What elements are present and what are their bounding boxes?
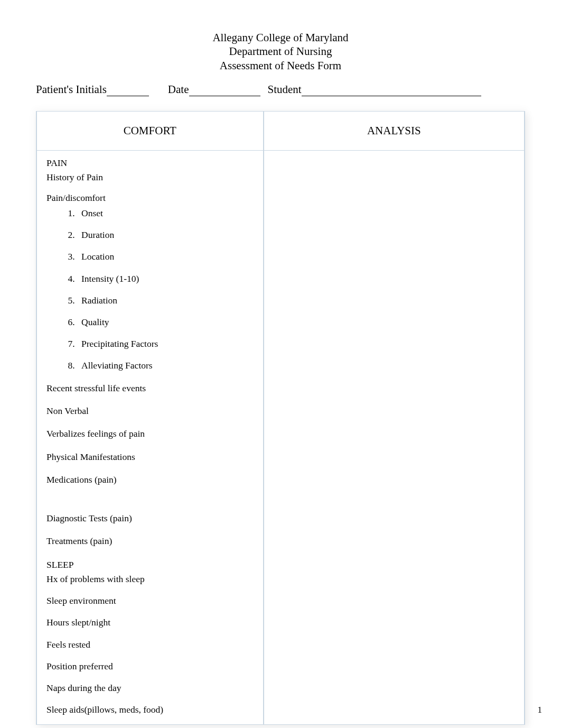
comfort-cell: PAIN History of Pain Pain/discomfort Ons… [36,150,264,724]
student-label: Student [268,83,302,96]
document-header: Allegany College of Maryland Department … [36,31,525,72]
pain-heading: PAIN [46,156,254,170]
sleep-aids: Sleep aids(pillows, meds, food) [46,703,254,717]
pd-item-quality: Quality [77,315,254,329]
naps-during-day: Naps during the day [46,681,254,695]
pd-item-duration: Duration [77,228,254,242]
header-line-3: Assessment of Needs Form [36,59,525,72]
header-line-2: Department of Nursing [36,44,525,58]
patient-initials-blank[interactable] [107,85,149,96]
pd-item-intensity: Intensity (1-10) [77,272,254,286]
medications-pain: Medications (pain) [46,473,254,487]
pd-item-precipitating: Precipitating Factors [77,337,254,351]
treatments-pain: Treatments (pain) [46,534,254,548]
meta-row: Patient's Initials Date Student [36,83,525,96]
pain-discomfort-label: Pain/discomfort [46,191,254,205]
analysis-cell[interactable] [264,150,525,724]
pd-item-onset: Onset [77,206,254,220]
pd-item-radiation: Radiation [77,293,254,308]
student-field: Student [268,83,481,96]
physical-manifestations: Physical Manifestations [46,450,254,464]
assessment-table-wrap: COMFORT ANALYSIS PAIN History of Pain Pa… [36,111,525,725]
student-blank[interactable] [302,85,481,96]
date-field: Date [168,83,260,96]
date-label: Date [168,83,189,96]
hx-sleep: Hx of problems with sleep [46,572,254,586]
sleep-heading: SLEEP [46,558,254,572]
verbalizes-pain: Verbalizes feelings of pain [46,427,254,441]
patient-initials-label: Patient's Initials [36,83,107,96]
non-verbal: Non Verbal [46,404,254,418]
recent-stress: Recent stressful life events [46,381,254,395]
position-preferred: Position preferred [46,659,254,674]
diagnostic-tests-pain: Diagnostic Tests (pain) [46,511,254,526]
col-header-comfort: COMFORT [36,111,264,150]
table-row: PAIN History of Pain Pain/discomfort Ons… [36,150,525,724]
page-number: 1 [538,705,543,715]
table-header-row: COMFORT ANALYSIS [36,111,525,150]
sleep-environment: Sleep environment [46,594,254,608]
sleep-section: SLEEP Hx of problems with sleep Sleep en… [46,558,254,717]
pd-item-location: Location [77,250,254,264]
header-line-1: Allegany College of Maryland [36,31,525,44]
patient-initials-field: Patient's Initials [36,83,149,96]
hours-slept: Hours slept/night [46,615,254,630]
pd-item-alleviating: Alleviating Factors [77,358,254,373]
date-blank[interactable] [189,85,260,96]
history-of-pain: History of Pain [46,170,254,185]
feels-rested: Feels rested [46,638,254,652]
col-header-analysis: ANALYSIS [264,111,525,150]
pain-discomfort-list: Onset Duration Location Intensity (1-10)… [46,206,254,373]
page: Allegany College of Maryland Department … [0,0,561,728]
assessment-table: COMFORT ANALYSIS PAIN History of Pain Pa… [36,111,525,725]
